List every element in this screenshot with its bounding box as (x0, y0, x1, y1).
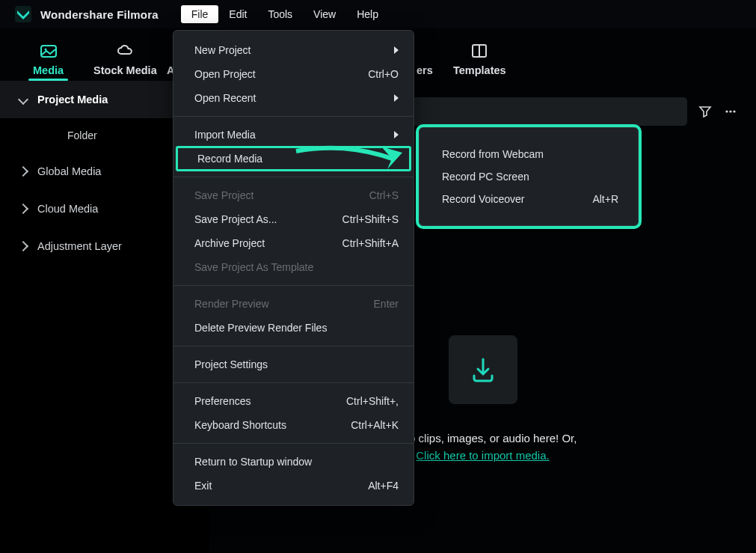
svg-point-9 (729, 110, 731, 112)
titlebar: Wondershare Filmora File Edit Tools View… (0, 0, 756, 28)
menu-exit[interactable]: ExitAlt+F4 (173, 474, 414, 498)
chevron-right-icon (18, 241, 28, 251)
tab-ers-label: ers (417, 64, 433, 76)
media-icon (40, 43, 57, 58)
drop-hint: video clips, images, or audio here! Or, … (389, 430, 577, 465)
menu-delete-preview[interactable]: Delete Preview Render Files (173, 316, 414, 340)
separator (173, 116, 414, 117)
svg-point-10 (733, 110, 735, 112)
svg-point-8 (725, 110, 728, 112)
tab-media-label: Media (33, 64, 64, 76)
separator (173, 285, 414, 286)
menu-preferences[interactable]: PreferencesCtrl+Shift+, (173, 389, 414, 413)
chevron-right-icon (394, 46, 399, 54)
menu-help[interactable]: Help (346, 5, 389, 23)
chevron-down-icon (18, 94, 28, 105)
sidebar-project-media-label: Project Media (37, 94, 108, 106)
menu-new-project[interactable]: New Project (173, 38, 414, 62)
separator (173, 382, 414, 383)
separator (173, 443, 414, 444)
tab-templates-label: Templates (453, 64, 506, 76)
tab-partial-ers[interactable]: ers (417, 58, 433, 81)
chevron-right-icon (391, 155, 396, 162)
filter-icon[interactable] (698, 104, 713, 119)
tab-media[interactable]: Media (33, 43, 64, 81)
menu-save-project-as[interactable]: Save Project As...Ctrl+Shift+S (173, 207, 414, 231)
menubar: File Edit Tools View Help (181, 5, 389, 23)
cloud-icon (117, 43, 133, 58)
more-icon[interactable] (723, 104, 738, 119)
templates-icon (471, 43, 488, 58)
chevron-right-icon (394, 94, 399, 102)
chevron-right-icon (18, 166, 28, 177)
menu-view[interactable]: View (303, 5, 346, 23)
file-menu-dropdown: New Project Open ProjectCtrl+O Open Rece… (173, 30, 414, 506)
separator (173, 346, 414, 346)
separator (173, 177, 414, 177)
menu-render-preview: Render PreviewEnter (173, 292, 414, 316)
import-icon (449, 335, 517, 404)
tab-stock-label: Stock Media (93, 64, 157, 76)
submenu-record-screen[interactable]: Record PC Screen (420, 165, 638, 188)
menu-return-startup[interactable]: Return to Startup window (173, 450, 414, 474)
menu-open-project[interactable]: Open ProjectCtrl+O (173, 62, 414, 86)
menu-record-media[interactable]: Record Media (176, 147, 411, 171)
submenu-record-webcam[interactable]: Record from Webcam (420, 143, 638, 165)
import-link[interactable]: Click here to import media. (416, 449, 549, 462)
sidebar-folder-label: Folder (67, 129, 97, 141)
record-media-submenu: Record from Webcam Record PC Screen Reco… (419, 127, 639, 226)
tab-templates[interactable]: Templates (453, 43, 506, 81)
menu-archive-project[interactable]: Archive ProjectCtrl+Shift+A (173, 231, 414, 255)
sidebar-global-label: Global Media (37, 165, 101, 177)
svg-rect-0 (15, 6, 31, 22)
menu-tools[interactable]: Tools (257, 5, 303, 23)
menu-edit[interactable]: Edit (218, 5, 257, 23)
tab-stock-media[interactable]: Stock Media (93, 43, 157, 81)
submenu-record-voiceover[interactable]: Record VoiceoverAlt+R (420, 188, 638, 210)
chevron-right-icon (18, 204, 28, 214)
menu-import-media[interactable]: Import Media (173, 123, 414, 147)
drop-hint-text: video clips, images, or audio here! Or, (389, 432, 577, 444)
menu-open-recent[interactable]: Open Recent (173, 86, 414, 110)
menu-project-settings[interactable]: Project Settings (173, 352, 414, 376)
chevron-right-icon (394, 131, 399, 138)
app-title: Wondershare Filmora (40, 8, 159, 21)
sidebar-cloud-label: Cloud Media (37, 203, 98, 215)
menu-file[interactable]: File (181, 5, 219, 23)
sidebar-adj-label: Adjustment Layer (37, 240, 122, 252)
menu-save-project: Save ProjectCtrl+S (173, 183, 414, 207)
menu-save-template: Save Project As Template (173, 255, 414, 279)
app-logo-icon (15, 6, 31, 22)
menu-keyboard-shortcuts[interactable]: Keyboard ShortcutsCtrl+Alt+K (173, 413, 414, 437)
